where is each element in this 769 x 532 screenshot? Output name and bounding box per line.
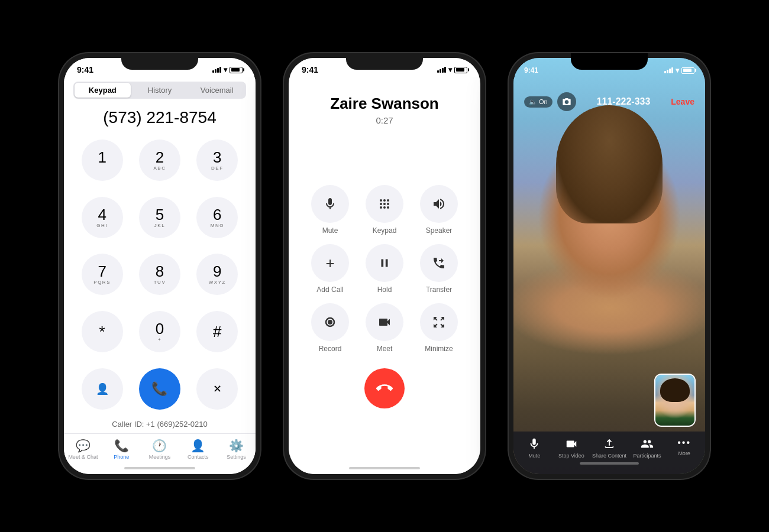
svg-point-3	[380, 203, 382, 205]
keypad-icon-circle	[366, 185, 403, 223]
dial-btn-0[interactable]: 0+	[139, 311, 180, 352]
leave-button[interactable]: Leave	[671, 97, 694, 106]
wifi-icon-2: ▾	[448, 66, 452, 74]
transfer-icon-circle	[420, 244, 458, 282]
video-call-header: 🔈 On 111-222-333 Leave	[513, 87, 705, 116]
dialpad: 1 2ABC 3DEF 4GHI 5JKL 6MNO 7PQRS 8TUV 9W…	[64, 132, 256, 417]
stop-video-icon	[565, 437, 578, 450]
wifi-icon-3: ▾	[676, 66, 679, 74]
share-content-label: Share Content	[592, 453, 626, 459]
svg-point-0	[380, 199, 382, 202]
screen-2: 9:41 ▾ Zaire Swanson 0:27	[289, 58, 480, 474]
home-bar-1	[124, 467, 195, 469]
time-3: 9:41	[524, 66, 538, 74]
dialer-header: Keypad History Voicemail	[64, 77, 256, 99]
share-content-icon	[603, 437, 616, 450]
minimize-button[interactable]: Minimize	[415, 303, 463, 353]
nav-meetings[interactable]: 🕐 Meetings	[141, 439, 179, 460]
video-mute-label: Mute	[528, 453, 540, 459]
call-duration: 0:27	[301, 115, 468, 125]
battery-icon-2	[454, 67, 467, 73]
notch-3	[571, 53, 648, 70]
nav-contacts[interactable]: 👤 Contacts	[179, 439, 217, 460]
record-icon-circle	[311, 303, 349, 341]
call-info: Zaire Swanson 0:27	[289, 77, 480, 137]
mute-icon-circle	[311, 185, 349, 223]
time-2: 9:41	[302, 65, 318, 74]
svg-point-2	[387, 199, 389, 202]
keypad-button[interactable]: Keypad	[361, 185, 408, 235]
record-label: Record	[319, 345, 342, 353]
meetings-icon: 🕐	[152, 439, 167, 453]
participants-icon	[641, 437, 654, 450]
notch-2	[346, 53, 423, 70]
dial-btn-contacts[interactable]: 👤	[82, 368, 123, 410]
dial-btn-hash[interactable]: #	[196, 311, 238, 352]
dial-btn-star[interactable]: *	[82, 311, 123, 352]
dial-btn-2[interactable]: 2ABC	[139, 140, 180, 181]
call-buttons: Mute Keypad	[289, 137, 480, 462]
home-bar-2	[349, 467, 420, 469]
meet-button[interactable]: Meet	[361, 303, 408, 353]
signal-icon	[212, 67, 221, 73]
phones-container: 9:41 ▾ Keypad History Voicemail	[59, 53, 710, 479]
nav-phone[interactable]: 📞 Phone	[102, 439, 141, 460]
status-icons-2: ▾	[437, 66, 467, 74]
dialpad-row-1: 1 2ABC 3DEF	[76, 134, 244, 187]
dial-btn-1[interactable]: 1	[82, 140, 123, 181]
dial-btn-8[interactable]: 8TUV	[139, 254, 180, 295]
tab-keypad[interactable]: Keypad	[75, 83, 131, 98]
phone-2-active-call: 9:41 ▾ Zaire Swanson 0:27	[284, 53, 485, 479]
participants-label: Participants	[634, 453, 661, 459]
signal-icon-2	[437, 67, 446, 73]
dialpad-row-3: 7PQRS 8TUV 9WXYZ	[76, 248, 244, 301]
phone-3-video-call: 9:41 ▾ 🔈	[509, 53, 710, 479]
caller-id-display: Caller ID: +1 (669)252-0210	[64, 417, 256, 433]
nav-settings[interactable]: ⚙️ Settings	[217, 439, 256, 460]
svg-point-4	[383, 203, 386, 205]
more-button[interactable]: ••• More	[668, 437, 700, 459]
end-call-button[interactable]	[364, 368, 405, 408]
transfer-label: Transfer	[426, 286, 452, 294]
status-icons-3: ▾	[664, 66, 694, 74]
video-actions: Mute Stop Video Share Content	[516, 437, 703, 459]
dial-btn-5[interactable]: 5JKL	[139, 197, 180, 238]
svg-point-7	[383, 206, 386, 209]
home-indicator-2	[289, 462, 480, 474]
screen-1: 9:41 ▾ Keypad History Voicemail	[64, 58, 256, 474]
minimize-label: Minimize	[425, 345, 453, 353]
add-call-button[interactable]: + Add Call	[306, 244, 354, 294]
home-bar-3	[580, 462, 639, 465]
svg-point-10	[328, 320, 332, 325]
nav-meet-chat[interactable]: 💬 Meet & Chat	[64, 439, 102, 460]
dial-btn-call[interactable]: 📞	[139, 368, 180, 410]
mute-button[interactable]: Mute	[306, 185, 354, 235]
record-button[interactable]: Record	[306, 303, 354, 353]
phone-icon: 📞	[114, 439, 129, 453]
transfer-button[interactable]: Transfer	[415, 244, 463, 294]
svg-point-5	[387, 203, 389, 205]
stop-video-button[interactable]: Stop Video	[555, 437, 587, 459]
video-mute-button[interactable]: Mute	[518, 437, 551, 459]
dial-btn-7[interactable]: 7PQRS	[82, 254, 123, 295]
tab-voicemail[interactable]: Voicemail	[189, 83, 245, 98]
dial-btn-3[interactable]: 3DEF	[196, 140, 238, 181]
participants-button[interactable]: Participants	[631, 437, 664, 459]
dial-btn-6[interactable]: 6MNO	[196, 197, 238, 238]
call-btn-row-3: Record Meet	[306, 303, 463, 353]
minimize-icon-circle	[420, 303, 458, 341]
dial-btn-4[interactable]: 4GHI	[82, 197, 123, 238]
speaker-button[interactable]: Speaker	[415, 185, 463, 235]
self-view-thumbnail	[654, 374, 696, 427]
share-content-button[interactable]: Share Content	[592, 437, 626, 459]
camera-switch-button[interactable]	[557, 92, 576, 111]
call-id-label: 111-222-333	[597, 96, 651, 107]
stop-video-label: Stop Video	[558, 453, 584, 459]
tab-history[interactable]: History	[132, 83, 188, 98]
hold-button[interactable]: Hold	[361, 244, 408, 294]
hold-icon-circle	[366, 244, 403, 282]
phone-1-dialer: 9:41 ▾ Keypad History Voicemail	[59, 53, 260, 479]
mute-on-badge: 🔈 On	[524, 96, 552, 108]
dial-btn-9[interactable]: 9WXYZ	[196, 254, 238, 295]
dial-btn-delete[interactable]: ✕	[196, 368, 238, 410]
